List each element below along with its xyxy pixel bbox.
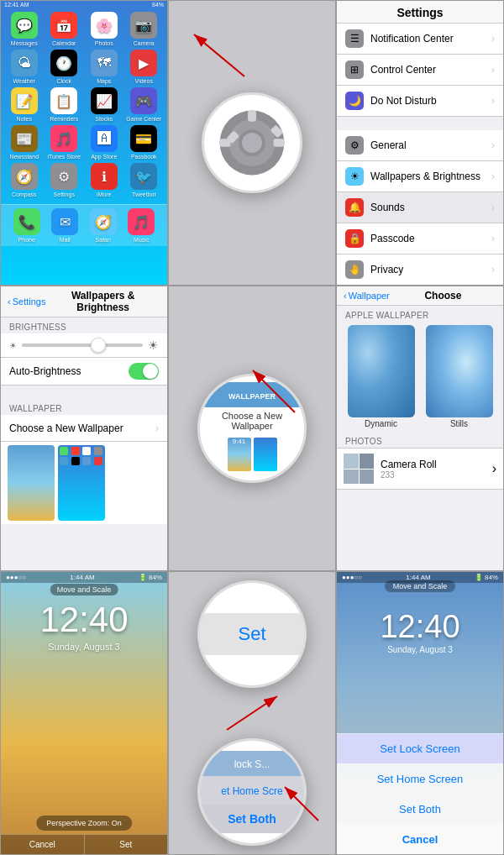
camera-roll-row[interactable]: Camera Roll 233 › <box>337 448 503 490</box>
settings-item-privacy[interactable]: 🤚 Privacy › <box>337 254 503 286</box>
homescreen-statusbar: 12:41 AM 84% <box>1 1 167 8</box>
lockscreen-overlay: ●●●○○ 1:44 AM 🔋 84% Move and Scale 12:40… <box>1 572 167 854</box>
general-icon: ⚙ <box>345 136 364 155</box>
app-stocks[interactable]: 📈 Stocks <box>86 87 123 122</box>
svg-rect-3 <box>248 111 256 122</box>
privacy-label: Privacy <box>370 264 491 275</box>
app-passbook[interactable]: 💳 Passbook <box>126 125 163 160</box>
app-messages[interactable]: 💬 Messages <box>6 12 43 46</box>
app-weather[interactable]: 🌤 Weather <box>6 50 43 84</box>
app-videos[interactable]: ▶ Videos <box>126 50 163 84</box>
set-options-date: Sunday, August 3 <box>387 645 453 654</box>
wallpaper-navbar: ‹ Settings Wallpapers & Brightness <box>1 286 167 317</box>
panel-settings-icon-zoom <box>168 0 336 286</box>
dock-mail[interactable]: ✉ Mail <box>51 208 78 243</box>
app-calendar[interactable]: 📅 Calendar <box>46 12 83 46</box>
cancel-button[interactable]: Cancel <box>1 834 85 854</box>
app-tweetbot[interactable]: 🐦 Tweetbot <box>126 163 163 197</box>
settings-item-general[interactable]: ⚙ General › <box>337 130 503 161</box>
lockscreen-time: 12:40 <box>39 600 128 640</box>
app-notes[interactable]: 📝 Notes <box>6 87 43 122</box>
wallpaper-section-label: WALLPAPER <box>1 399 167 415</box>
choose-back-button[interactable]: ‹ Wallpaper <box>344 291 390 301</box>
settings-item-notification-center[interactable]: ☰ Notification Center › <box>337 24 503 55</box>
chevron-icon: › <box>155 422 159 434</box>
auto-brightness-row[interactable]: Auto-Brightness <box>1 358 167 386</box>
app-camera[interactable]: 📷 Camera <box>126 12 163 46</box>
settings-title: Settings <box>345 6 495 19</box>
set-circle-label[interactable]: Set <box>200 613 304 655</box>
app-compass[interactable]: 🧭 Compass <box>6 163 43 197</box>
panel-settings-list: Settings ☰ Notification Center › ⊞ Contr… <box>336 0 504 286</box>
perspective-zoom-label: Perspective Zoom: On <box>36 816 132 831</box>
app-reminders[interactable]: 📋 Reminders <box>46 87 83 122</box>
privacy-icon: 🤚 <box>345 260 364 279</box>
app-clock[interactable]: 🕐 Clock <box>46 50 83 84</box>
stills-wallpaper-item[interactable]: Stills <box>422 325 496 428</box>
dynamic-label: Dynamic <box>365 419 397 428</box>
set-lock-screen-button[interactable]: Set Lock Screen <box>337 733 503 763</box>
wallpaper-nav-title: Wallpapers & Brightness <box>45 290 160 313</box>
dynamic-wallpaper-item[interactable]: Dynamic <box>344 325 418 428</box>
choose-wallpaper-row[interactable]: Choose a New Wallpaper › <box>1 415 167 442</box>
lockscreen-topbar: ●●●○○ 1:44 AM 🔋 84% <box>1 572 167 583</box>
wallpaper-back-button[interactable]: ‹ Settings <box>8 296 45 307</box>
panel-lockscreen-left: ●●●○○ 1:44 AM 🔋 84% Move and Scale 12:40… <box>0 571 168 855</box>
dock-phone[interactable]: 📞 Phone <box>13 208 40 243</box>
home-screen-zoom-label: et Home Scre <box>221 785 282 797</box>
section-gap <box>1 386 167 399</box>
chevron-icon: › <box>491 264 495 275</box>
lockscreen-move-scale-label: Move and Scale <box>50 584 118 595</box>
auto-brightness-toggle[interactable] <box>129 363 159 380</box>
svg-line-19 <box>285 787 318 821</box>
general-label: General <box>370 139 491 151</box>
brightness-section-label: BRIGHTNESS <box>1 317 167 333</box>
set-home-screen-button[interactable]: Set Home Screen <box>337 763 503 794</box>
set-button[interactable]: Set <box>85 834 168 854</box>
panel-wallpaper-settings: ‹ Settings Wallpapers & Brightness BRIGH… <box>0 286 168 571</box>
control-center-icon: ⊞ <box>345 60 364 79</box>
lockscreen-statusbar-time: 1:44 AM <box>70 574 94 581</box>
brightness-slider[interactable] <box>22 344 143 347</box>
app-gamecenter[interactable]: 🎮 Game Center <box>126 87 163 122</box>
lockscreen-date: Sunday, August 3 <box>48 642 119 652</box>
svg-line-13 <box>194 34 244 76</box>
apple-wallpaper-section: APPLE WALLPAPER <box>337 306 503 322</box>
app-grid: 💬 Messages 📅 Calendar 🌸 Photos 📷 Camera … <box>1 8 167 201</box>
panel-set-options: ●●●○○ 1:44 AM 🔋 84% Move and Scale 12:40… <box>336 571 504 855</box>
app-maps[interactable]: 🗺 Maps <box>86 50 123 84</box>
app-newsstand[interactable]: 📰 Newsstand <box>6 125 43 160</box>
app-appstore[interactable]: 🅰 App Store <box>86 125 123 160</box>
settings-item-passcode[interactable]: 🔒 Passcode › <box>337 223 503 254</box>
settings-item-sounds[interactable]: 🔔 Sounds › <box>337 192 503 223</box>
gear-icon <box>218 109 286 176</box>
app-itunes[interactable]: 🎵 iTunes Store <box>46 125 83 160</box>
set-both-zoom-label[interactable]: Set Both <box>228 812 276 826</box>
sounds-icon: 🔔 <box>345 198 364 217</box>
auto-brightness-label: Auto-Brightness <box>9 365 129 377</box>
set-options-time: 12:40 <box>380 609 459 645</box>
lockscreen-statusbar-right: 🔋 84% <box>139 574 162 581</box>
stills-label: Stills <box>450 419 468 428</box>
app-settings[interactable]: ⚙ Settings <box>46 163 83 197</box>
cancel-button[interactable]: Cancel <box>337 824 503 854</box>
dock-safari[interactable]: 🧭 Safari <box>90 208 117 243</box>
brightness-slider-row[interactable]: ☀ ☀ <box>1 333 167 358</box>
set-both-button[interactable]: Set Both <box>337 794 503 824</box>
arrow-to-set-both <box>276 779 327 829</box>
app-photos[interactable]: 🌸 Photos <box>86 12 123 46</box>
settings-item-dnd[interactable]: 🌙 Do Not Disturb › <box>337 86 503 117</box>
wallpaper-label: Wallpapers & Brightness <box>370 170 491 182</box>
app-imore[interactable]: ℹ iMore <box>86 163 123 197</box>
stills-wallpaper-thumb <box>426 325 493 417</box>
chevron-icon: › <box>491 95 495 107</box>
dock-music[interactable]: 🎵 Music <box>128 208 155 243</box>
photos-section-label: PHOTOS <box>337 432 503 448</box>
settings-item-control-center[interactable]: ⊞ Control Center › <box>337 55 503 86</box>
settings-item-wallpaper[interactable]: ☀ Wallpapers & Brightness › <box>337 161 503 192</box>
chevron-icon: › <box>491 202 495 213</box>
apple-wallpaper-grid: Dynamic Stills <box>337 322 503 432</box>
svg-line-17 <box>227 696 277 730</box>
set-options-content: ●●●○○ 1:44 AM 🔋 84% Move and Scale 12:40… <box>337 572 503 654</box>
section-gap <box>337 117 503 130</box>
